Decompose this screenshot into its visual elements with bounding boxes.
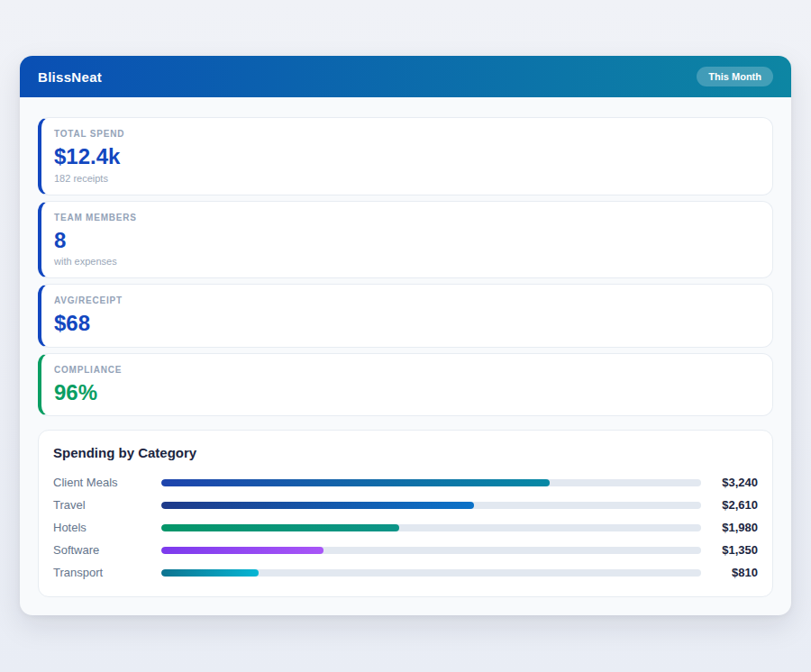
- stat-label: COMPLIANCE: [54, 365, 758, 375]
- category-value: $1,980: [708, 521, 758, 534]
- category-value: $3,240: [708, 476, 758, 489]
- bar-track: [161, 502, 701, 509]
- category-label: Software: [53, 543, 161, 557]
- stat-value: 96%: [54, 380, 758, 405]
- category-row: Travel $2,610: [53, 494, 758, 516]
- panel-title: Spending by Category: [53, 445, 758, 460]
- stat-value: $12.4k: [54, 144, 758, 169]
- category-row: Client Meals $3,240: [53, 471, 758, 494]
- bar-fill: [161, 524, 399, 531]
- category-value: $810: [708, 566, 758, 579]
- bar-track: [161, 524, 701, 531]
- stat-value: $68: [54, 311, 758, 336]
- stat-label: TOTAL SPEND: [54, 129, 758, 139]
- stat-subtext: 182 receipts: [54, 173, 758, 184]
- period-badge[interactable]: This Month: [697, 67, 773, 86]
- bar-fill: [161, 569, 259, 577]
- stat-label: TEAM MEMBERS: [54, 213, 758, 222]
- stat-card: COMPLIANCE 96%: [38, 353, 773, 417]
- bar-track: [161, 547, 701, 554]
- category-value: $1,350: [708, 543, 758, 557]
- app-window: BlissNeat This Month TOTAL SPEND $12.4k …: [20, 56, 791, 615]
- category-value: $2,610: [708, 498, 758, 512]
- bar-track: [161, 479, 701, 486]
- category-row: Hotels $1,980: [53, 516, 758, 539]
- stat-subtext: with expenses: [54, 256, 758, 267]
- stat-card: TOTAL SPEND $12.4k 182 receipts: [38, 117, 773, 195]
- stat-card: TEAM MEMBERS 8 with expenses: [38, 201, 773, 279]
- category-row: Transport $810: [53, 561, 758, 584]
- category-label: Client Meals: [53, 476, 161, 489]
- stat-label: AVG/RECEIPT: [54, 295, 758, 305]
- stat-value: 8: [54, 228, 758, 253]
- bar-fill: [161, 502, 474, 509]
- main-content: TOTAL SPEND $12.4k 182 receipts TEAM MEM…: [20, 97, 791, 597]
- category-label: Transport: [53, 566, 161, 579]
- spending-by-category-panel: Spending by Category Client Meals $3,240…: [38, 430, 773, 597]
- app-header: BlissNeat This Month: [20, 56, 791, 97]
- app-title: BlissNeat: [38, 69, 102, 85]
- bar-fill: [161, 547, 323, 554]
- bar-fill: [161, 479, 550, 486]
- stat-card: AVG/RECEIPT $68: [38, 284, 773, 348]
- bar-track: [161, 569, 701, 577]
- category-label: Hotels: [53, 521, 161, 534]
- category-label: Travel: [53, 498, 161, 512]
- category-row: Software $1,350: [53, 539, 758, 561]
